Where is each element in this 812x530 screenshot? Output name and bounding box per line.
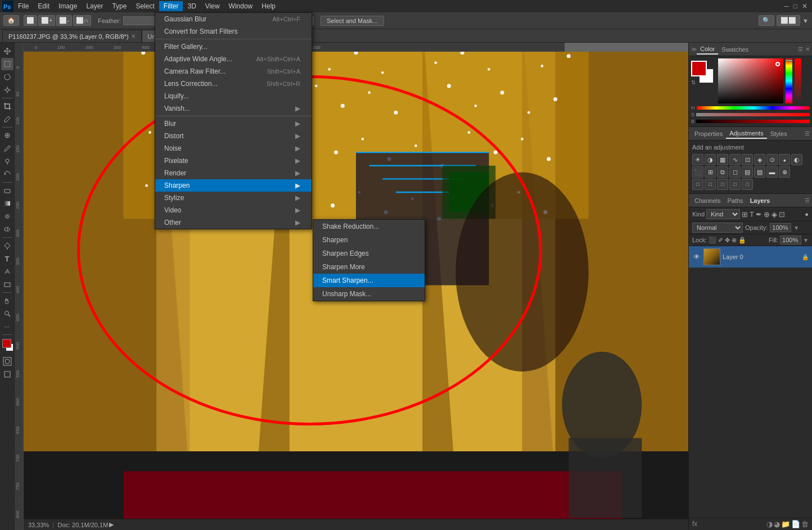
hue-bar-h[interactable] [697,106,810,110]
lasso-tool[interactable] [1,71,13,83]
new-selection-btn[interactable]: ⬜ [24,15,37,26]
window-maximize-icon[interactable]: □ [793,2,797,10]
adj-icon-extra-5[interactable]: □ [742,179,753,190]
menu-item-sharpen[interactable]: Sharpen ▶ [155,179,312,192]
lock-position-icon[interactable]: ✥ [725,237,730,244]
intersect-selection-btn[interactable]: ⬜∩ [73,15,91,26]
adj-color-lookup-btn[interactable]: ⧉ [717,166,728,178]
tab-styles[interactable]: Styles [767,129,791,138]
subtract-selection-btn[interactable]: ⬜- [56,15,72,26]
delete-layer-btn[interactable]: 🗑 [801,520,809,528]
layer-visibility-eye[interactable]: 👁 [692,252,701,261]
hand-tool[interactable] [1,295,13,307]
add-layer-btn[interactable]: 📄 [791,520,800,528]
adj-icon-extra-4[interactable]: □ [729,179,741,190]
menu-item-blur-group[interactable]: Blur ▶ [155,117,312,130]
brush-tool[interactable] [1,142,13,155]
tab-paths[interactable]: Paths [724,196,746,205]
fg-color-swatch[interactable] [691,61,707,76]
menu-item-adaptive-wide-angle[interactable]: Adaptive Wide Angle... Alt+Shift+Ctrl+A [155,53,312,65]
lock-image-icon[interactable]: ✐ [718,237,723,244]
menu-image[interactable]: Image [54,1,82,11]
layer-fx-btn[interactable]: fx [692,520,697,528]
layer-name[interactable]: Layer 0 [723,253,800,260]
adj-levels-btn[interactable]: ▦ [717,154,728,165]
menu-item-vanish[interactable]: Vanish... ▶ [155,102,312,115]
menu-3d[interactable]: 3D [183,1,200,11]
menu-item-pixelate[interactable]: Pixelate ▶ [155,155,312,167]
fill-arrow[interactable]: ▼ [803,237,809,243]
adj-panel-options-icon[interactable]: ☰ [805,130,810,137]
tab-properties[interactable]: Properties [691,129,726,138]
hue-slider[interactable] [786,58,792,103]
path-selection-tool[interactable] [1,265,13,278]
adj-threshold-btn[interactable]: ▧ [754,166,765,178]
submenu-shake-reduction[interactable]: Shake Reduction... [313,220,425,233]
adj-icon-extra-3[interactable]: □ [717,179,728,190]
opacity-input[interactable] [770,223,791,232]
menu-window[interactable]: Window [224,1,258,11]
adj-contrast-btn[interactable]: ◑ [705,154,716,165]
menu-item-filter-gallery[interactable]: Filter Gallery... [155,40,312,53]
swap-colors-icon[interactable]: ⇅ [691,79,696,85]
menu-view[interactable]: View [201,1,224,11]
eyedropper-tool[interactable] [1,113,13,125]
adj-brightness-btn[interactable]: ☀ [692,154,703,165]
add-adjustment-layer-btn[interactable]: ◕ [774,520,780,528]
add-folder-btn[interactable]: 📁 [781,520,790,528]
opacity-arrow[interactable]: ▼ [793,225,799,231]
adj-selective-color-btn[interactable]: ⊕ [779,166,790,178]
menu-help[interactable]: Help [257,1,280,11]
tab-channels[interactable]: Channels [691,196,724,205]
shape-tool[interactable] [1,278,13,291]
adj-colbal-btn[interactable]: ⬥ [779,154,790,165]
tab-color[interactable]: Color [697,44,718,55]
menu-file[interactable]: File [13,1,33,11]
extra-tools-btn[interactable]: ··· [1,320,13,333]
kind-select[interactable]: Kind Name Effect Mode Attribute Color Sm… [706,209,740,219]
menu-type[interactable]: Type [107,1,131,11]
tab-close-icon[interactable]: ✕ [131,33,136,39]
blur-tool[interactable] [1,210,13,223]
fill-input[interactable] [780,235,801,244]
move-tool[interactable] [1,45,13,57]
adj-posterize-btn[interactable]: ▤ [742,166,753,178]
brightness-bar[interactable] [696,120,810,123]
tab-adjustments[interactable]: Adjustments [726,129,767,139]
adj-hue-sat-btn[interactable]: ⊙ [766,154,778,165]
submenu-unsharp-mask[interactable]: Unsharp Mask... [313,287,425,301]
menu-item-convert-smart-filters[interactable]: Convert for Smart Filters [155,25,312,38]
tab-swatches[interactable]: Swatches [718,45,752,54]
zoom-tool[interactable] [1,307,13,320]
lock-transparent-icon[interactable]: ⬛ [709,237,716,244]
workspace-dropdown[interactable]: ▼ [802,17,809,24]
healing-tool[interactable] [1,129,13,142]
adj-icon-extra-2[interactable]: □ [705,179,716,190]
adj-photo-filter-btn[interactable]: ⬛ [692,166,703,178]
submenu-smart-sharpen[interactable]: Smart Sharpen... [313,274,425,287]
layer-filter-icon-5[interactable]: ◈ [772,210,777,219]
menu-item-gaussian-blur[interactable]: Gaussian Blur Alt+Ctrl+F [155,13,312,25]
workspace-icon[interactable]: ⬜⬜ [777,15,800,26]
adj-gradient-map-btn[interactable]: ▬ [766,166,778,178]
select-mask-button[interactable]: Select and Mask... [321,16,384,26]
menu-item-noise[interactable]: Noise ▶ [155,142,312,155]
layer-filter-icon-6[interactable]: ⊡ [779,210,785,219]
lock-artboard-icon[interactable]: ⊕ [732,237,737,244]
layer-filter-toggle[interactable]: ● [805,211,809,218]
menu-item-camera-raw[interactable]: Camera Raw Filter... Shift+Ctrl+A [155,65,312,78]
window-close-icon[interactable]: ✕ [802,2,808,10]
tab-main-image[interactable]: P1160237.JPG @ 33,3% (Layer 0, RGB/8*) ✕ [2,30,142,42]
submenu-sharpen-edges[interactable]: Sharpen Edges [313,247,425,260]
add-layer-mask-btn[interactable]: ◑ [766,520,773,528]
adj-bw-btn[interactable]: ◐ [791,154,802,165]
crop-tool[interactable] [1,100,13,112]
menu-item-liquify[interactable]: Liquify... [155,90,312,102]
submenu-sharpen[interactable]: Sharpen [313,233,425,247]
type-tool[interactable]: T [1,252,13,265]
panel-options-icon[interactable]: ☰ [798,46,803,52]
layer-filter-icon-1[interactable]: ⊞ [742,210,748,219]
menu-item-stylize[interactable]: Stylize ▶ [155,192,312,204]
lock-all-icon[interactable]: 🔒 [738,237,746,244]
magic-wand-tool[interactable] [1,84,13,96]
